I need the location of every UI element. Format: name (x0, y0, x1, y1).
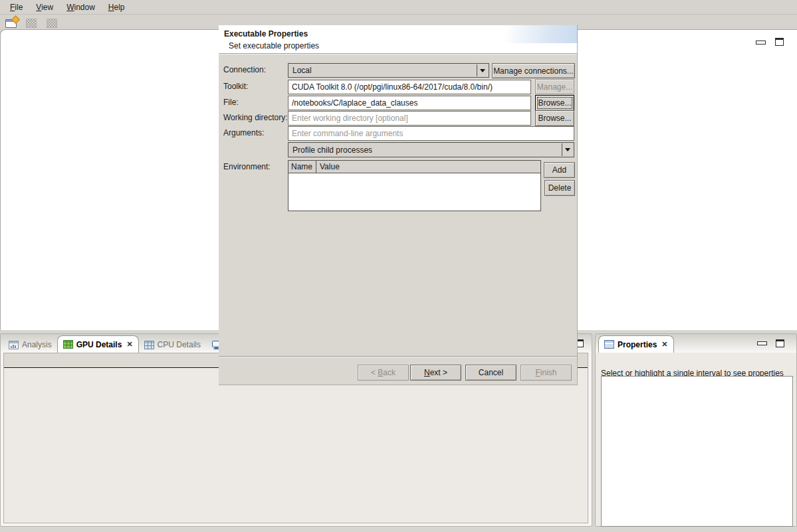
dialog-separator (219, 356, 577, 357)
environment-table-header: Name Value (288, 161, 540, 173)
toolkit-label: Toolkit: (223, 82, 248, 92)
editor-maximize-icon[interactable] (775, 38, 784, 46)
cpu-details-icon (144, 341, 154, 349)
file-label: File: (223, 98, 239, 108)
chevron-down-icon[interactable] (562, 143, 573, 156)
tab-properties[interactable]: Properties ✕ (598, 335, 674, 353)
menu-help[interactable]: Help (102, 1, 131, 13)
arguments-field[interactable] (288, 126, 574, 141)
properties-icon (604, 340, 614, 349)
tab-cpu-details[interactable]: CPU Details (139, 337, 206, 353)
disabled-action-icon (26, 19, 37, 28)
executable-properties-dialog: Executable Properties Set executable pro… (219, 25, 578, 385)
properties-empty-box (601, 376, 793, 527)
new-session-button[interactable] (3, 17, 18, 30)
connection-label: Connection: (223, 65, 266, 76)
close-icon[interactable]: ✕ (126, 340, 132, 349)
working-directory-field[interactable] (288, 111, 531, 126)
editor-minimize-icon[interactable] (756, 41, 766, 44)
properties-content: Select or highlight a single interval to… (596, 353, 796, 526)
chevron-down-icon[interactable] (477, 64, 488, 76)
file-field[interactable] (288, 96, 531, 110)
analysis-icon (9, 341, 19, 349)
browse-working-directory-button[interactable]: Browse... (535, 110, 574, 126)
disabled-toolbar-button-2[interactable]: ... (45, 17, 59, 30)
back-button[interactable]: < Back (358, 365, 409, 381)
browse-file-button[interactable]: Browse... (535, 95, 574, 111)
menu-file[interactable]: File (4, 1, 29, 13)
properties-panel: Properties ✕ Select or highlight a singl… (595, 333, 797, 527)
dialog-body: Connection: Local Manage connections... … (219, 54, 577, 355)
manage-toolkit-button[interactable]: Manage... (535, 79, 574, 94)
finish-button[interactable]: Finish (520, 365, 572, 381)
menu-bar: File View Window Help (0, 0, 797, 15)
environment-table[interactable]: Name Value (288, 160, 541, 211)
properties-minimize-icon[interactable] (757, 341, 767, 345)
dialog-subtitle: Set executable properties (229, 41, 319, 50)
cancel-button[interactable]: Cancel (465, 365, 516, 381)
menu-view[interactable]: View (30, 1, 59, 13)
tab-analysis[interactable]: Analysis (3, 337, 57, 353)
disabled-toolbar-button-1[interactable] (24, 17, 39, 30)
profile-mode-combo[interactable]: Profile child processes (288, 142, 574, 157)
column-header-value[interactable]: Value (316, 161, 540, 173)
arguments-label: Arguments: (223, 128, 264, 139)
delete-environment-button[interactable]: Delete (544, 180, 575, 196)
connection-combo[interactable]: Local (288, 63, 489, 78)
dialog-banner: Executable Properties Set executable pro… (219, 25, 577, 54)
banner-gradient-art (444, 25, 577, 43)
column-header-name[interactable]: Name (288, 161, 316, 173)
menu-window[interactable]: Window (60, 1, 101, 13)
add-environment-button[interactable]: Add (544, 162, 575, 178)
close-icon[interactable]: ✕ (661, 340, 667, 349)
tab-gpu-details[interactable]: GPU Details ✕ (57, 335, 139, 353)
toolkit-field[interactable] (288, 80, 531, 94)
gpu-details-icon (63, 340, 73, 349)
working-directory-label: Working directory: (223, 113, 287, 124)
next-button[interactable]: Next > (410, 365, 461, 381)
manage-connections-button[interactable]: Manage connections... (492, 63, 575, 78)
dialog-title: Executable Properties (224, 29, 308, 39)
properties-maximize-icon[interactable] (776, 339, 784, 347)
environment-label: Environment: (223, 162, 271, 173)
new-session-icon (5, 19, 17, 28)
